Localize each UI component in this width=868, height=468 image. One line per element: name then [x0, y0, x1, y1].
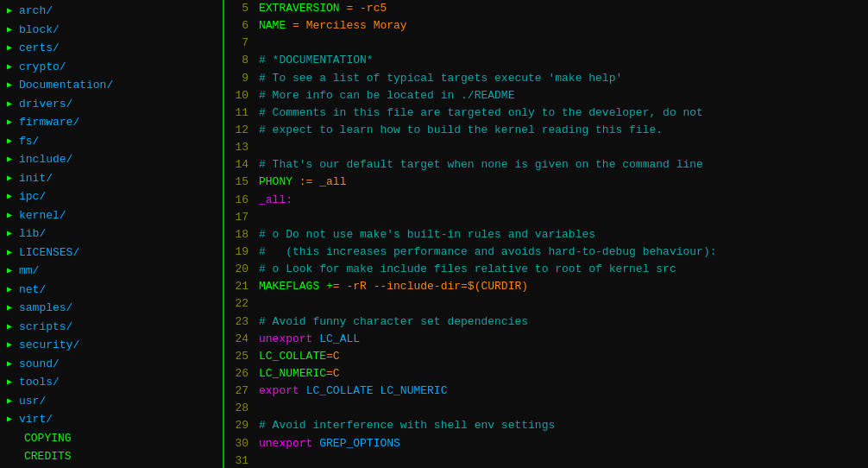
line-content: # expect to learn how to build the kerne…	[255, 122, 868, 139]
line-number: 12	[224, 122, 255, 139]
sidebar-item-sound[interactable]: ▶sound/	[0, 355, 223, 374]
folder-arrow-icon: ▶	[7, 190, 16, 203]
sidebar-item-credits[interactable]: CREDITS	[0, 447, 223, 466]
line-number: 15	[224, 174, 255, 191]
sidebar-item-label: fs/	[19, 133, 39, 150]
line-number: 22	[224, 295, 255, 313]
code-line: 16_all:	[224, 192, 868, 209]
folder-arrow-icon: ▶	[7, 264, 16, 277]
sidebar-item-label: mm/	[19, 262, 39, 280]
sidebar-item-label: virt/	[19, 411, 53, 428]
sidebar-item-label: kernel/	[19, 207, 66, 225]
sidebar-item-usr[interactable]: ▶usr/	[0, 392, 223, 411]
sidebar-item-virt[interactable]: ▶virt/	[0, 410, 223, 429]
sidebar-item-label: certs/	[19, 40, 60, 57]
sidebar-item-label: usr/	[19, 393, 46, 410]
line-content: LC_COLLATE=C	[255, 348, 868, 365]
folder-arrow-icon: ▶	[7, 357, 16, 370]
sidebar-item-label: CREDITS	[24, 448, 72, 465]
sidebar-item-ipc[interactable]: ▶ipc/	[0, 187, 223, 206]
line-content: NAME = Merciless Moray	[255, 17, 868, 35]
folder-arrow-icon: ▶	[7, 376, 16, 389]
sidebar-item-certs[interactable]: ▶certs/	[0, 39, 223, 58]
file-tree[interactable]: ▶arch/▶block/▶certs/▶crypto/▶Documentati…	[0, 0, 224, 468]
line-number: 11	[224, 104, 255, 122]
code-line: 31	[224, 452, 868, 468]
folder-arrow-icon: ▶	[7, 227, 16, 240]
line-number: 7	[224, 35, 255, 52]
line-number: 31	[224, 452, 255, 468]
line-content: PHONY := _all	[255, 174, 868, 191]
sidebar-item-label: scripts/	[19, 319, 72, 336]
line-number: 20	[224, 261, 255, 278]
folder-arrow-icon: ▶	[7, 79, 16, 92]
line-content: # More info can be located in ./README	[255, 87, 868, 104]
sidebar-item-scripts[interactable]: ▶scripts/	[0, 318, 223, 337]
code-line: 7	[224, 35, 868, 52]
folder-arrow-icon: ▶	[7, 98, 16, 111]
sidebar-item-net[interactable]: ▶net/	[0, 281, 223, 300]
folder-arrow-icon: ▶	[7, 153, 16, 166]
sidebar-item-arch[interactable]: ▶arch/	[0, 2, 223, 21]
folder-arrow-icon: ▶	[7, 395, 16, 408]
sidebar-item-label: net/	[19, 281, 46, 299]
line-content: unexport GREP_OPTIONS	[255, 435, 868, 452]
sidebar-item-label: crypto/	[19, 59, 66, 76]
sidebar-item-documentation[interactable]: ▶Documentation/	[0, 76, 223, 95]
sidebar-item-mm[interactable]: ▶mm/	[0, 262, 223, 281]
line-content: # o Look for make include files relative…	[255, 261, 868, 278]
code-line: 15PHONY := _all	[224, 174, 868, 191]
line-content: # That's our default target when none is…	[255, 156, 868, 174]
sidebar-item-firmware[interactable]: ▶firmware/	[0, 113, 223, 132]
line-number: 5	[224, 0, 255, 17]
line-content: _all:	[255, 192, 868, 209]
line-number: 13	[224, 139, 255, 156]
sidebar-item-label: init/	[19, 170, 53, 187]
line-number: 16	[224, 192, 255, 209]
line-number: 21	[224, 278, 255, 295]
sidebar-item-label: LICENSES/	[19, 244, 79, 262]
line-number: 6	[224, 17, 255, 35]
code-line: 29# Avoid interference with shell env se…	[224, 417, 868, 434]
sidebar-item-label: Documentation/	[19, 77, 113, 94]
sidebar-item-label: arch/	[19, 3, 53, 20]
folder-arrow-icon: ▶	[7, 172, 16, 185]
line-number: 28	[224, 400, 255, 417]
line-number: 9	[224, 70, 255, 87]
sidebar-item-licenses[interactable]: ▶LICENSES/	[0, 243, 223, 262]
code-line: 27export LC_COLLATE LC_NUMERIC	[224, 383, 868, 400]
folder-arrow-icon: ▶	[7, 338, 16, 351]
code-line: 8# *DOCUMENTATION*	[224, 52, 868, 69]
code-line: 6NAME = Merciless Moray	[224, 17, 868, 35]
sidebar-item-fs[interactable]: ▶fs/	[0, 132, 223, 151]
sidebar-item-samples[interactable]: ▶samples/	[0, 299, 223, 318]
code-line: 18# o Do not use make's built-in rules a…	[224, 226, 868, 243]
line-number: 27	[224, 383, 255, 400]
sidebar-item-drivers[interactable]: ▶drivers/	[0, 95, 223, 114]
line-number: 8	[224, 52, 255, 69]
line-number: 19	[224, 243, 255, 261]
sidebar-item-label: COPYING	[24, 430, 72, 447]
sidebar-item-crypto[interactable]: ▶crypto/	[0, 58, 223, 77]
folder-arrow-icon: ▶	[7, 4, 16, 17]
sidebar-item-label: tools/	[19, 374, 60, 391]
folder-arrow-icon: ▶	[7, 23, 16, 36]
code-line: 23# Avoid funny character set dependenci…	[224, 313, 868, 331]
line-content: # o Do not use make's built-in rules and…	[255, 226, 868, 243]
line-number: 17	[224, 209, 255, 226]
sidebar-item-tools[interactable]: ▶tools/	[0, 373, 223, 392]
line-number: 10	[224, 87, 255, 104]
code-line: 30unexport GREP_OPTIONS	[224, 435, 868, 452]
line-number: 30	[224, 435, 255, 452]
sidebar-item-lib[interactable]: ▶lib/	[0, 225, 223, 243]
sidebar-item-include[interactable]: ▶include/	[0, 150, 223, 169]
sidebar-item-label: sound/	[19, 356, 60, 373]
code-editor[interactable]: 5EXTRAVERSION = -rc56NAME = Merciless Mo…	[224, 0, 868, 468]
sidebar-item-copying[interactable]: COPYING	[0, 429, 223, 448]
sidebar-item-label: lib/	[19, 225, 46, 243]
sidebar-item-security[interactable]: ▶security/	[0, 336, 223, 355]
sidebar-item-kernel[interactable]: ▶kernel/	[0, 206, 223, 225]
sidebar-item-block[interactable]: ▶block/	[0, 21, 223, 40]
sidebar-item-init[interactable]: ▶init/	[0, 169, 223, 188]
line-content: # Avoid interference with shell env sett…	[255, 417, 868, 434]
